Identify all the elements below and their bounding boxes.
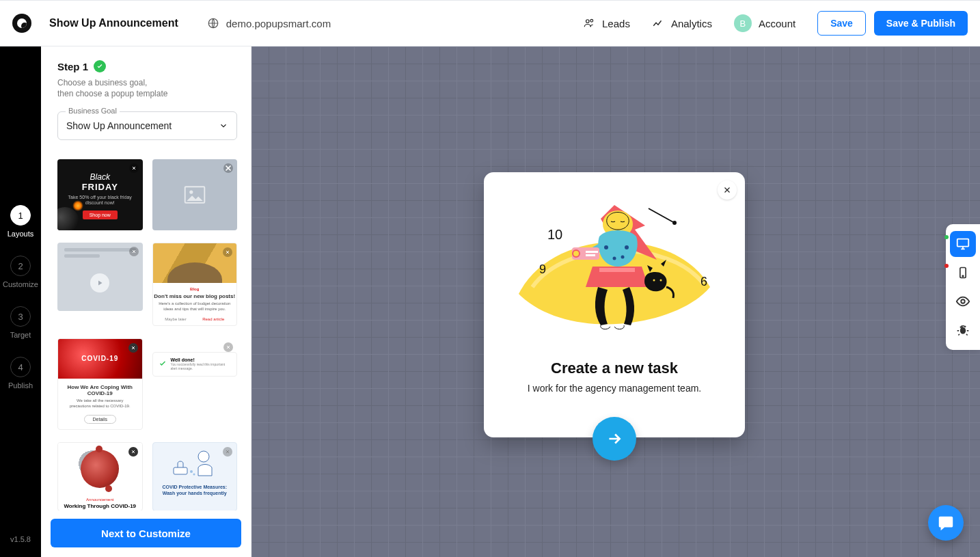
status-dot-icon: [944, 264, 949, 268]
chat-icon: [937, 514, 955, 532]
close-icon: [223, 342, 233, 352]
analytics-link[interactable]: Analytics: [652, 17, 712, 29]
svg-point-12: [672, 221, 677, 225]
account-link[interactable]: B Account: [734, 14, 795, 32]
rail-step-layouts[interactable]: 1 Layouts: [0, 205, 41, 238]
svg-point-17: [621, 256, 625, 259]
eye-icon: [955, 294, 970, 309]
monitor-icon: [955, 236, 970, 252]
check-icon: [159, 358, 167, 370]
svg-point-28: [961, 299, 965, 303]
svg-point-8: [193, 474, 195, 476]
mobile-view-button[interactable]: [950, 260, 976, 286]
chevron-down-icon: [219, 121, 228, 131]
template-toast[interactable]: Well done!You successfully read this imp…: [152, 338, 238, 431]
template-grid: BlackFRIDAY Take 50% off your black frid…: [57, 159, 237, 511]
debug-button[interactable]: [950, 317, 976, 343]
brand-logo: [12, 14, 31, 33]
leads-icon: [583, 17, 595, 29]
popup-subtitle: I work for the agency management team.: [528, 383, 701, 394]
analytics-label: Analytics: [671, 18, 712, 29]
svg-rect-5: [174, 467, 187, 474]
close-icon: [722, 185, 732, 195]
svg-text:10: 10: [547, 227, 562, 242]
rail-step-customize[interactable]: 2 Customize: [0, 256, 41, 288]
intercom-launcher[interactable]: [928, 505, 964, 541]
step-number: 1: [10, 205, 31, 226]
step-number: 4: [10, 357, 31, 377]
business-goal-select[interactable]: Show Up Announcement: [57, 111, 237, 140]
svg-rect-21: [586, 254, 595, 256]
svg-rect-25: [957, 239, 969, 247]
template-wash-hands[interactable]: COVID Protective Measures: Wash your han…: [152, 442, 238, 511]
step-label: Layouts: [8, 230, 34, 238]
select-value: Show Up Announcement: [66, 120, 172, 131]
select-legend: Business Goal: [66, 107, 120, 115]
svg-point-15: [625, 245, 629, 249]
svg-point-16: [613, 257, 616, 260]
virus-icon: [81, 450, 119, 488]
leads-link[interactable]: Leads: [583, 17, 630, 29]
avatar: B: [734, 14, 752, 32]
play-icon: [90, 273, 109, 293]
svg-point-24: [660, 280, 662, 282]
rail-step-target[interactable]: 3 Target: [0, 306, 41, 339]
editor-canvas[interactable]: 10 9 6: [251, 46, 980, 557]
step-description: Choose a business goal, then choose a po…: [57, 78, 237, 99]
step-label: Target: [10, 331, 31, 339]
template-video[interactable]: [57, 243, 143, 311]
analytics-icon: [652, 17, 664, 29]
mobile-icon: [956, 266, 970, 280]
save-button[interactable]: Save: [817, 11, 866, 36]
popup-continue-button[interactable]: [593, 417, 636, 461]
svg-point-14: [604, 245, 608, 249]
image-icon: [184, 186, 206, 204]
step-number: 2: [10, 256, 31, 276]
svg-rect-20: [586, 251, 598, 253]
top-header: Show Up Announcement demo.popupsmart.com…: [0, 0, 980, 46]
svg-point-7: [190, 470, 193, 473]
template-black-friday[interactable]: BlackFRIDAY Take 50% off your black frid…: [57, 159, 143, 230]
template-covid[interactable]: COVID-19 How We Are Coping With COVID-19…: [57, 338, 143, 431]
sidebar-scroll[interactable]: Step 1 Choose a business goal, then choo…: [41, 46, 251, 511]
globe-icon: [207, 17, 219, 29]
step-label: Publish: [8, 381, 33, 390]
svg-point-4: [189, 191, 193, 194]
preview-button[interactable]: [950, 288, 976, 314]
step-title: Step 1: [57, 61, 88, 72]
svg-point-6: [198, 451, 209, 462]
arrow-right-icon: [605, 430, 623, 448]
svg-text:6: 6: [700, 275, 707, 288]
bug-icon: [956, 323, 970, 337]
svg-point-23: [653, 280, 655, 282]
template-virus[interactable]: Announcement Working Through COVID-19: [57, 442, 143, 511]
step-rail: 1 Layouts 2 Customize 3 Target 4 Publish…: [0, 46, 41, 557]
domain-indicator[interactable]: demo.popupsmart.com: [207, 17, 331, 29]
account-label: Account: [759, 18, 795, 29]
domain-text: demo.popupsmart.com: [226, 18, 331, 29]
viewport-tools: [946, 224, 980, 350]
svg-rect-22: [599, 268, 635, 272]
template-blog[interactable]: Blog Don't miss our new blog posts! Here…: [152, 243, 238, 326]
step-number: 3: [10, 306, 31, 327]
wash-hands-icon: [171, 447, 219, 478]
close-icon: [129, 247, 139, 256]
svg-point-27: [962, 275, 964, 277]
next-to-customize-button[interactable]: Next to Customize: [51, 519, 241, 547]
status-dot-icon: [944, 235, 949, 239]
svg-point-1: [586, 20, 590, 23]
version-label: v1.5.8: [0, 535, 41, 543]
svg-text:9: 9: [539, 262, 546, 276]
popup-preview[interactable]: 10 9 6: [484, 172, 745, 437]
save-publish-button[interactable]: Save & Publish: [874, 11, 968, 36]
close-icon: [128, 447, 138, 457]
check-icon: [94, 60, 106, 72]
svg-point-19: [573, 250, 580, 257]
template-image-placeholder[interactable]: [152, 159, 238, 230]
step-label: Customize: [3, 280, 38, 288]
popup-title: Create a new task: [551, 359, 678, 377]
sidebar-panel: Step 1 Choose a business goal, then choo…: [41, 46, 251, 557]
desktop-view-button[interactable]: [950, 231, 976, 257]
close-icon: [129, 163, 139, 173]
rail-step-publish[interactable]: 4 Publish: [0, 357, 41, 390]
